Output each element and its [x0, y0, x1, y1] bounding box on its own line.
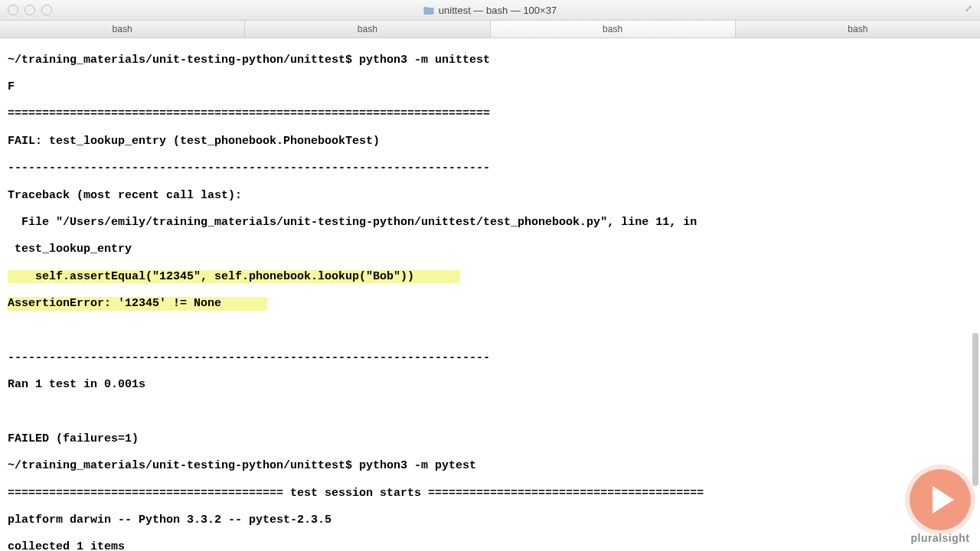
prompt: ~/training_materials/unit-testing-python… [8, 459, 352, 472]
command-pytest: python3 -m pytest [359, 459, 476, 472]
failed-summary: FAILED (failures=1) [8, 432, 974, 446]
tab-bash-1[interactable]: bash [0, 21, 245, 37]
tab-bash-3[interactable]: bash [491, 21, 736, 37]
maximize-icon[interactable]: ⤢ [965, 3, 975, 14]
folder-icon [423, 5, 434, 15]
collected-line: collected 1 items [8, 540, 974, 551]
platform-line: platform darwin -- Python 3.3.2 -- pytes… [8, 514, 974, 527]
blank [8, 324, 974, 337]
separator: ----------------------------------------… [8, 351, 974, 365]
title-text: unittest — bash — 100×37 [439, 5, 557, 16]
play-icon [910, 469, 971, 530]
traceback-file: File "/Users/emily/training_materials/un… [8, 216, 974, 230]
ran-tests: Ran 1 test in 0.001s [8, 378, 974, 392]
session-starts: ========================================… [8, 487, 974, 500]
output-f: F [8, 80, 974, 94]
separator: ----------------------------------------… [8, 161, 974, 175]
tab-bash-4[interactable]: bash [736, 21, 980, 37]
fail-line: FAIL: test_lookup_entry (test_phonebook.… [8, 135, 974, 148]
command-unittest: python3 -m unittest [359, 54, 490, 67]
tab-bar: bash bash bash bash [0, 21, 980, 38]
terminal-window: unittest — bash — 100×37 ⤢ bash bash bas… [0, 0, 980, 551]
window-title: unittest — bash — 100×37 [0, 5, 980, 16]
watermark-text: pluralsight [910, 532, 969, 545]
terminal-output[interactable]: ~/training_materials/unit-testing-python… [0, 38, 980, 551]
scrollbar-thumb[interactable] [972, 333, 978, 486]
highlighted-error: AssertionError: '12345' != None [8, 297, 267, 311]
tab-bash-2[interactable]: bash [245, 21, 490, 37]
traceback-header: Traceback (most recent call last): [8, 189, 974, 203]
titlebar: unittest — bash — 100×37 ⤢ [0, 0, 980, 21]
scrollbar[interactable] [972, 77, 978, 551]
traceback-func: test_lookup_entry [8, 243, 974, 256]
highlighted-assert: self.assertEqual("12345", self.phonebook… [8, 270, 460, 284]
prompt: ~/training_materials/unit-testing-python… [8, 54, 352, 67]
watermark: pluralsight [910, 469, 971, 545]
separator: ========================================… [8, 107, 974, 121]
blank [8, 406, 974, 419]
